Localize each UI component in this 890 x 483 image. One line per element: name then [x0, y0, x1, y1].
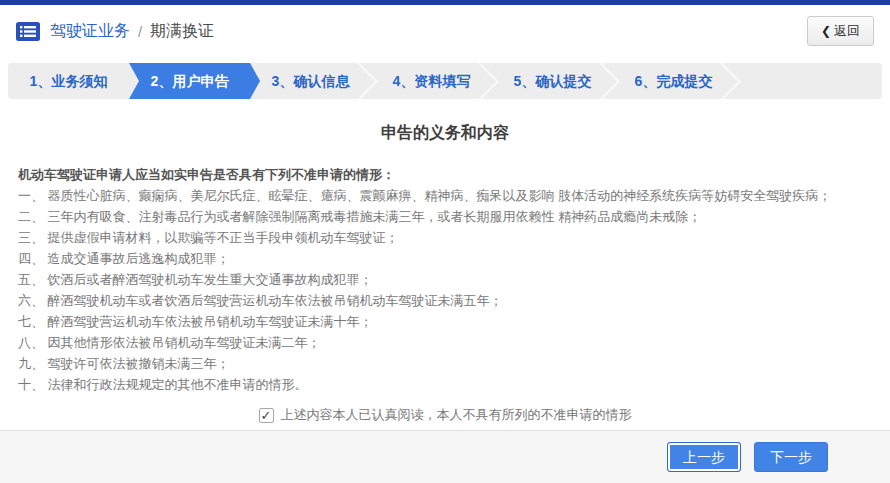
- page-title: 申告的义务和内容: [0, 123, 890, 144]
- agreement-checkbox[interactable]: ✓: [259, 408, 274, 423]
- agreement-label: 上述内容本人已认真阅读，本人不具有所列的不准申请的情形: [281, 406, 632, 424]
- declaration-content: 机动车驾驶证申请人应当如实申告是否具有下列不准申请的情形： 一、 器质性心脏病、…: [18, 164, 872, 395]
- declaration-item-10: 十、 法律和行政法规规定的其他不准申请的情形。: [18, 374, 872, 395]
- back-button-label: 返回: [834, 22, 860, 40]
- breadcrumb-current-page: 期满换证: [150, 21, 214, 42]
- declaration-item-8: 八、 因其他情形依法被吊销机动车驾驶证未满二年；: [18, 332, 872, 353]
- declaration-item-6: 六、 醉酒驾驶机动车或者饮酒后驾驶营运机动车依法被吊销机动车驾驶证未满五年；: [18, 290, 872, 311]
- declaration-item-1: 一、 器质性心脏病、癫痫病、美尼尔氏症、眩晕症、癔病、震颤麻痹、精神病、痴呆以及…: [18, 185, 872, 206]
- breadcrumb-business-category[interactable]: 驾驶证业务: [50, 21, 130, 42]
- declaration-item-5: 五、 饮酒后或者醉酒驾驶机动车发生重大交通事故构成犯罪；: [18, 269, 872, 290]
- list-icon: [16, 22, 40, 41]
- declaration-item-9: 九、 驾驶许可依法被撤销未满三年；: [18, 353, 872, 374]
- declaration-item-2: 二、 三年内有吸食、注射毒品行为或者解除强制隔离戒毒措施未满三年，或者长期服用依…: [18, 206, 872, 227]
- page-header: 驾驶证业务 / 期满换证 ❮ 返回: [0, 5, 890, 57]
- footer-action-bar: 上一步 下一步: [0, 430, 890, 483]
- declaration-item-3: 三、 提供虚假申请材料，以欺骗等不正当手段申领机动车驾驶证；: [18, 227, 872, 248]
- next-step-button[interactable]: 下一步: [754, 442, 828, 472]
- step-2-user-declaration: 2、用户申告: [129, 63, 250, 99]
- declaration-item-4: 四、 造成交通事故后逃逸构成犯罪；: [18, 248, 872, 269]
- back-button[interactable]: ❮ 返回: [807, 16, 874, 46]
- agreement-row[interactable]: ✓ 上述内容本人已认真阅读，本人不具有所列的不准申请的情形: [0, 406, 890, 424]
- previous-step-button[interactable]: 上一步: [667, 442, 741, 472]
- step-1-business-notice: 1、业务须知: [8, 63, 129, 99]
- chevron-left-icon: ❮: [821, 24, 831, 38]
- step-wizard: 1、业务须知 2、用户申告 3、确认信息 4、资料填写 5、确认提交 6、完成提…: [8, 63, 882, 99]
- declaration-item-7: 七、 醉酒驾驶营运机动车依法被吊销机动车驾驶证未满十年；: [18, 311, 872, 332]
- declaration-intro: 机动车驾驶证申请人应当如实申告是否具有下列不准申请的情形：: [18, 164, 872, 185]
- breadcrumb-separator: /: [138, 23, 142, 40]
- breadcrumb: 驾驶证业务 / 期满换证: [50, 21, 214, 42]
